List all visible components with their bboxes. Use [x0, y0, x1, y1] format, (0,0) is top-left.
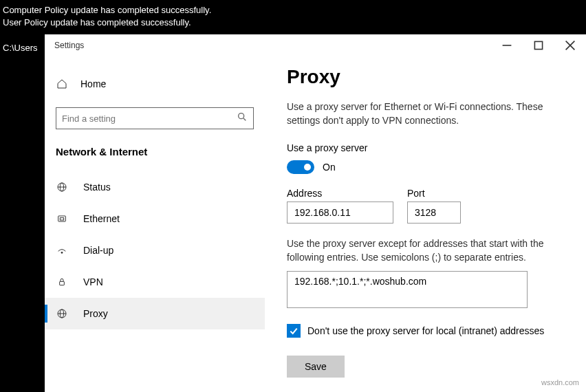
search-icon: [237, 111, 248, 125]
search-box[interactable]: [56, 107, 254, 129]
exceptions-input[interactable]: [287, 271, 528, 308]
use-proxy-toggle[interactable]: [287, 160, 314, 174]
checkmark-icon: [288, 325, 299, 336]
nav-label: Proxy: [83, 308, 108, 319]
svg-rect-1: [534, 41, 542, 49]
close-button[interactable]: [554, 34, 586, 56]
address-label: Address: [287, 188, 393, 199]
home-icon: [56, 78, 68, 89]
status-icon: [56, 182, 68, 193]
save-button[interactable]: Save: [287, 356, 345, 378]
exceptions-description: Use the proxy server except for addresse…: [287, 237, 569, 264]
home-button[interactable]: Home: [45, 70, 265, 98]
port-label: Port: [407, 188, 461, 199]
nav-label: Ethernet: [83, 213, 120, 224]
sidebar-heading: Network & Internet: [45, 146, 265, 157]
ethernet-icon: [56, 213, 68, 224]
svg-rect-12: [60, 281, 65, 285]
sidebar-item-status[interactable]: Status: [45, 171, 265, 203]
window-controls: [491, 34, 586, 56]
minimize-icon: [501, 40, 512, 51]
proxy-icon: [56, 308, 68, 319]
nav-label: Dial-up: [83, 245, 113, 256]
settings-window: Settings Home: [45, 34, 586, 392]
titlebar: Settings: [45, 34, 586, 56]
nav-label: VPN: [83, 276, 103, 287]
dialup-icon: [56, 245, 68, 256]
sidebar: Home Network & Internet Status Ether: [45, 56, 265, 392]
sidebar-item-dialup[interactable]: Dial-up: [45, 235, 265, 266]
page-description: Use a proxy server for Ethernet or Wi-Fi…: [287, 100, 569, 127]
toggle-state-label: On: [323, 162, 336, 173]
svg-point-11: [61, 252, 63, 253]
search-input[interactable]: [62, 113, 231, 124]
terminal-line: Computer Policy update has completed suc…: [3, 4, 583, 17]
nav-label: Status: [83, 182, 111, 193]
maximize-icon: [533, 40, 544, 51]
svg-line-5: [243, 118, 246, 120]
vpn-icon: [56, 276, 68, 287]
local-bypass-label: Don't use the proxy server for local (in…: [307, 325, 544, 336]
svg-point-4: [239, 113, 244, 119]
content-area: Proxy Use a proxy server for Ethernet or…: [265, 56, 586, 392]
sidebar-item-ethernet[interactable]: Ethernet: [45, 203, 265, 235]
port-input[interactable]: [407, 202, 461, 224]
local-bypass-checkbox[interactable]: [287, 324, 301, 338]
sidebar-item-proxy[interactable]: Proxy: [45, 298, 265, 329]
page-title: Proxy: [287, 66, 569, 88]
watermark: wsxdn.com: [541, 378, 579, 386]
terminal-line: User Policy update has completed success…: [3, 17, 583, 29]
sidebar-item-vpn[interactable]: VPN: [45, 266, 265, 298]
use-proxy-label: Use a proxy server: [287, 142, 569, 153]
close-icon: [565, 40, 576, 51]
svg-rect-9: [58, 216, 66, 221]
window-title: Settings: [54, 41, 84, 50]
address-input[interactable]: [287, 202, 393, 224]
minimize-button[interactable]: [491, 34, 523, 56]
home-label: Home: [80, 78, 106, 89]
svg-rect-10: [60, 218, 63, 220]
maximize-button[interactable]: [523, 34, 554, 56]
